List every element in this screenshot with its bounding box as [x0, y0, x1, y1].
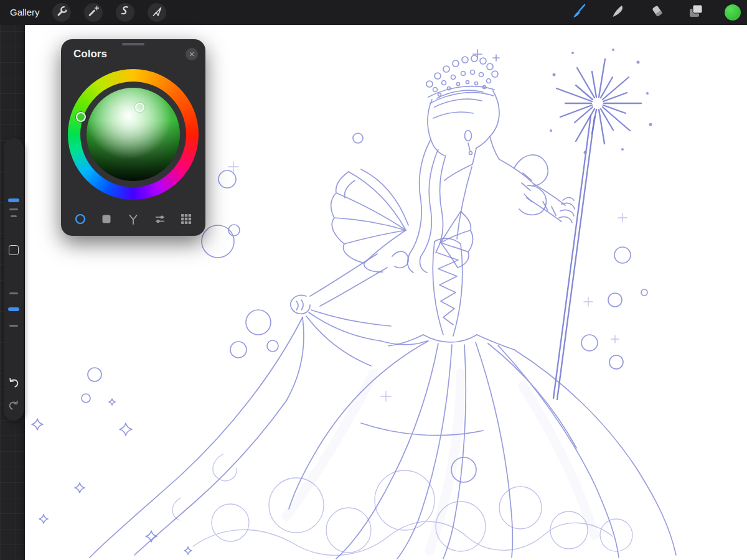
- color-wheel[interactable]: [68, 69, 199, 200]
- selection-button[interactable]: [116, 3, 134, 22]
- slider-tick: [9, 325, 18, 327]
- sketch-right-sleeve: [514, 155, 548, 215]
- mode-palettes[interactable]: [179, 212, 194, 226]
- smudge-icon: [609, 2, 627, 23]
- saturation-handle[interactable]: [135, 103, 144, 112]
- adjustments-button[interactable]: [84, 3, 103, 22]
- sketch-star-sparkle: [557, 59, 641, 144]
- opacity-handle[interactable]: [8, 307, 19, 311]
- sketch-shading: [286, 373, 594, 551]
- classic-mode-icon: [100, 212, 113, 226]
- palettes-mode-icon: [179, 212, 193, 226]
- redo-icon: [6, 398, 21, 413]
- slider-tick: [9, 208, 18, 210]
- mode-harmony[interactable]: [126, 212, 141, 226]
- colors-panel: Colors ✕: [61, 39, 205, 236]
- colors-panel-title: Colors: [73, 48, 107, 60]
- smudge-button[interactable]: [609, 3, 627, 22]
- harmony-mode-icon: [126, 212, 140, 226]
- gallery-button[interactable]: Gallery: [10, 0, 40, 25]
- sketch-right-arm: [527, 184, 575, 223]
- sketch-star-dots: [550, 49, 652, 154]
- brush-button[interactable]: [570, 3, 588, 22]
- selection-s-icon: [118, 4, 133, 21]
- transform-button[interactable]: [148, 3, 166, 22]
- sketch-left-arm: [291, 251, 408, 314]
- wrench-icon: [54, 4, 69, 21]
- layers-icon: [687, 2, 705, 23]
- mode-disc[interactable]: [73, 212, 88, 226]
- layers-button[interactable]: [687, 3, 705, 22]
- color-swatch-button[interactable]: [725, 4, 741, 21]
- undo-icon: [6, 376, 21, 391]
- redo-button[interactable]: [6, 398, 21, 413]
- mode-classic[interactable]: [99, 212, 114, 226]
- magic-wand-icon: [86, 4, 101, 21]
- slider-tick: [11, 215, 17, 217]
- paint-brush-icon: [570, 2, 588, 23]
- brush-sidebar: [4, 138, 24, 421]
- erase-button[interactable]: [648, 3, 667, 22]
- hue-handle[interactable]: [76, 112, 86, 122]
- slider-tick: [9, 292, 18, 294]
- sketch-crown: [426, 50, 499, 103]
- undo-button[interactable]: [6, 376, 21, 391]
- brush-size-handle[interactable]: [8, 198, 19, 202]
- eraser-icon: [648, 2, 667, 23]
- sketch-left-ruffle-fan: [331, 169, 408, 272]
- mode-value[interactable]: [153, 212, 167, 226]
- sketch-star-flecks: [32, 399, 192, 554]
- sketch-wand-staff: [553, 116, 594, 399]
- value-mode-icon: [153, 212, 167, 226]
- sketch-head-hair: [408, 90, 499, 273]
- modify-button[interactable]: [9, 245, 19, 255]
- disc-mode-icon: [73, 212, 87, 226]
- actions-button[interactable]: [52, 3, 71, 22]
- panel-grab-handle[interactable]: [122, 43, 144, 45]
- transform-arrow-icon: [149, 4, 164, 21]
- top-toolbar: Gallery: [0, 0, 747, 25]
- color-mode-tabs: [61, 211, 205, 227]
- saturation-brightness-disc[interactable]: [87, 88, 180, 181]
- close-icon[interactable]: ✕: [186, 48, 198, 60]
- sketch-hem-ruffles: [172, 454, 632, 555]
